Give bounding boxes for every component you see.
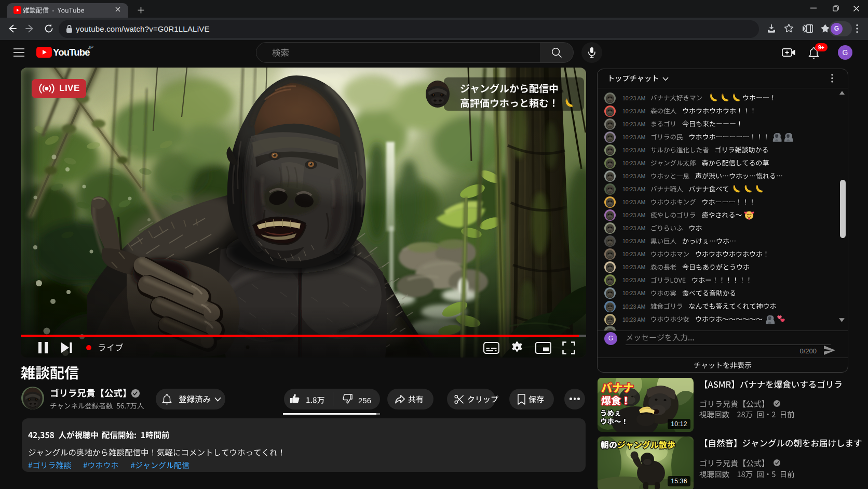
svg-text:256: 256 bbox=[358, 396, 371, 405]
